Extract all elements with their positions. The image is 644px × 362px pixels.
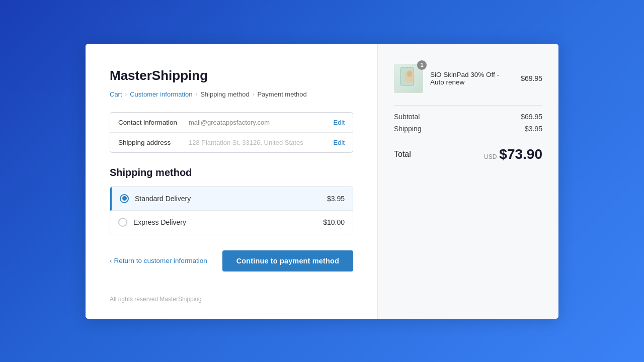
express-price: $10.00 — [323, 218, 345, 226]
separator-1: › — [125, 91, 127, 97]
address-edit[interactable]: Edit — [334, 139, 345, 146]
product-row: 1 SiO SkinPad 30% Off - Auto renew $69.9… — [394, 64, 542, 93]
left-panel: MasterShipping Cart › Customer informati… — [86, 44, 377, 319]
breadcrumb-customer-information[interactable]: Customer information — [130, 90, 192, 98]
radio-standard[interactable] — [120, 194, 129, 203]
shipping-section-title: Shipping method — [110, 167, 353, 178]
summary-divider-1 — [394, 105, 542, 106]
shipping-label: Shipping — [394, 125, 422, 133]
subtotal-row: Subtotal $69.95 — [394, 113, 542, 121]
shipping-row: Shipping $3.95 — [394, 125, 542, 133]
info-box: Contact information mail@greatappsfactor… — [110, 112, 353, 153]
radio-express[interactable] — [118, 218, 127, 227]
shipping-options: Standard Delivery $3.95 Express Delivery… — [110, 187, 353, 234]
total-currency: USD — [484, 153, 497, 160]
right-panel: 1 SiO SkinPad 30% Off - Auto renew $69.9… — [377, 44, 558, 319]
product-price: $69.95 — [521, 74, 542, 82]
back-link[interactable]: ‹ Return to customer information — [110, 257, 207, 264]
express-label: Express Delivery — [133, 218, 323, 226]
actions-bar: ‹ Return to customer information Continu… — [110, 250, 353, 272]
address-row: Shipping address 128 Plantation St, 3312… — [110, 133, 353, 152]
breadcrumb-cart[interactable]: Cart — [110, 90, 122, 98]
product-badge: 1 — [417, 60, 427, 70]
checkout-container: MasterShipping Cart › Customer informati… — [86, 44, 558, 319]
standard-label: Standard Delivery — [135, 195, 327, 203]
total-amount: USD $73.90 — [484, 146, 542, 162]
address-value: 128 Plantation St, 33126, United States — [189, 139, 334, 146]
shipping-option-standard[interactable]: Standard Delivery $3.95 — [110, 187, 353, 211]
contact-row: Contact information mail@greatappsfactor… — [110, 113, 353, 133]
total-value: $73.90 — [499, 146, 542, 162]
subtotal-label: Subtotal — [394, 113, 420, 121]
store-name: MasterShipping — [110, 68, 353, 83]
breadcrumb-payment-method: Payment method — [257, 90, 306, 98]
shipping-option-express[interactable]: Express Delivery $10.00 — [110, 211, 353, 234]
breadcrumb: Cart › Customer information › Shipping m… — [110, 90, 353, 98]
svg-point-2 — [407, 71, 412, 77]
shipping-value: $3.95 — [525, 125, 542, 133]
footer-text: All rights reserved MasterShipping — [110, 296, 353, 303]
subtotal-value: $69.95 — [521, 113, 542, 121]
total-label: Total — [394, 150, 411, 159]
total-row: Total USD $73.90 — [394, 140, 542, 162]
contact-label: Contact information — [118, 119, 189, 126]
breadcrumb-shipping-method: Shipping method — [200, 90, 250, 98]
address-label: Shipping address — [118, 139, 189, 146]
separator-3: › — [253, 91, 255, 97]
contact-edit[interactable]: Edit — [334, 119, 345, 126]
separator-2: › — [196, 91, 198, 97]
standard-price: $3.95 — [327, 195, 345, 203]
continue-button[interactable]: Continue to payment method — [222, 250, 353, 272]
contact-value: mail@greatappsfactory.com — [189, 119, 334, 126]
back-chevron-icon: ‹ — [110, 257, 112, 264]
product-name: SiO SkinPad 30% Off - Auto renew — [430, 71, 514, 86]
product-image-wrap: 1 — [394, 64, 423, 93]
back-label: Return to customer information — [114, 257, 207, 264]
